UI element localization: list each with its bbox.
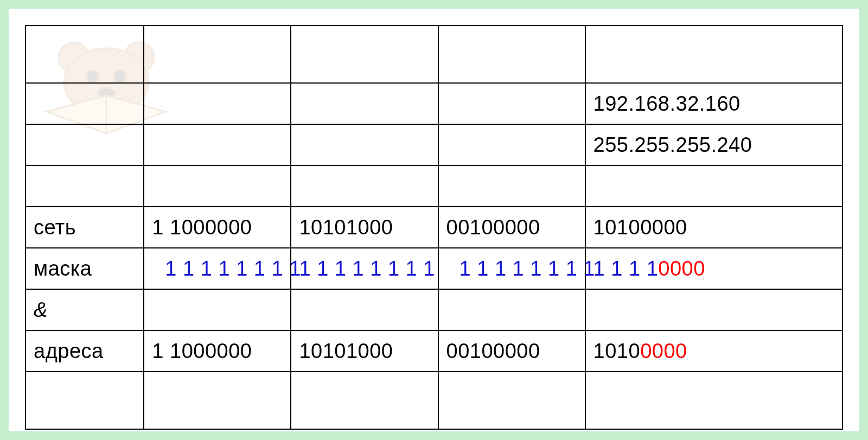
- row-network-binary: сеть 1 1000000 10101000 00100000 1010000…: [25, 207, 843, 248]
- net-oct1: 1 1000000: [144, 207, 291, 248]
- net-oct3: 00100000: [438, 207, 585, 248]
- addr-oct1: 1 1000000: [144, 330, 291, 372]
- mask-decimal-cell: 255.255.255.240: [585, 124, 843, 165]
- page-frame: 192.168.32.160 255.255.255.240 сеть 1 10…: [0, 0, 868, 440]
- mask-oct4: 1 1 1 1 0000: [585, 248, 843, 289]
- row-empty-top: [25, 25, 843, 83]
- row-mask-decimal: 255.255.255.240: [25, 124, 843, 165]
- addr-oct4: 10100000: [585, 330, 843, 372]
- label-and: &: [25, 289, 144, 330]
- addr-oct4-host: 0000: [640, 340, 687, 363]
- net-oct2: 10101000: [291, 207, 438, 248]
- ip-decimal: 192.168.32.160: [593, 92, 741, 115]
- addr-oct4-net: 1010: [593, 340, 641, 363]
- row-mask-binary: маска 1 1 1 1 1 1 1 1 1 1 1 1 1 1 1 1 1 …: [25, 248, 843, 289]
- row-address-binary: адреса 1 1000000 10101000 00100000 10100…: [25, 330, 843, 372]
- mask-oct4-ones: 1 1 1 1: [593, 257, 659, 280]
- row-empty-bottom: [25, 372, 843, 429]
- subnet-calculation-table: 192.168.32.160 255.255.255.240 сеть 1 10…: [25, 25, 843, 430]
- mask-oct4-zeros: 0000: [658, 257, 705, 280]
- row-spacer-1: [25, 165, 843, 207]
- label-mask: маска: [25, 248, 144, 289]
- mask-decimal: 255.255.255.240: [593, 133, 752, 156]
- row-ip-decimal: 192.168.32.160: [25, 83, 843, 124]
- mask-oct3: 1 1 1 1 1 1 1 1: [438, 248, 585, 289]
- mask-oct1: 1 1 1 1 1 1 1 1: [144, 248, 291, 289]
- net-oct4: 10100000: [585, 207, 843, 248]
- addr-oct3: 00100000: [438, 330, 585, 372]
- addr-oct2: 10101000: [291, 330, 438, 372]
- label-network: сеть: [25, 207, 144, 248]
- row-and-operator: &: [25, 289, 843, 330]
- label-address: адреса: [25, 330, 144, 372]
- ip-decimal-cell: 192.168.32.160: [585, 83, 843, 124]
- mask-oct2: 1 1 1 1 1 1 1 1: [291, 248, 438, 289]
